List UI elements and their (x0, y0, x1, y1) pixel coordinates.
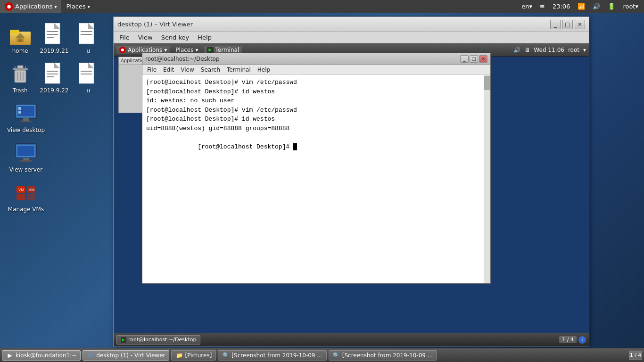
menu-help[interactable]: Help (194, 33, 215, 42)
battery-icon[interactable]: 🔋 (606, 0, 617, 13)
desktop-icon-doc3[interactable]: 2019.9.22 (38, 61, 70, 96)
guest-pager-label: 1 / 4 (559, 336, 577, 343)
document-icon-3 (43, 63, 66, 85)
view-desktop-icon (15, 102, 37, 125)
desktop-icon-doc4[interactable]: u (73, 61, 104, 96)
volume-icon[interactable]: 🔊 (591, 0, 602, 13)
manage-vms-label: Manage VMs (8, 206, 44, 213)
screenshot1-task-label: [Screenshot from 2019-10-09 ... (231, 352, 322, 359)
applications-label: Applications (15, 3, 52, 10)
taskbar-task-screenshot2[interactable]: 🔍 [Screenshot from 2019-10-09 ... (329, 350, 437, 361)
guest-pager-icon: i (578, 336, 586, 344)
clock-label: 23:06 (553, 3, 570, 10)
svg-rect-37 (18, 107, 21, 110)
guest-task-terminal[interactable]: ▶ root@localhost:~/Desktop (116, 335, 200, 345)
svg-rect-47 (27, 194, 35, 200)
language-indicator[interactable]: en ▾ (520, 0, 534, 13)
screenshot2-task-label: [Screenshot from 2019-10-09 ... (342, 352, 433, 359)
icon-row-1: home 2019.9.21 (5, 21, 104, 56)
trash-icon-label: Trash (13, 87, 28, 94)
term-menu-edit[interactable]: Edit (160, 66, 177, 74)
taskbar-task-pictures[interactable]: 📁 [Pictures] (171, 350, 216, 361)
guest-applications-chevron: ▾ (164, 47, 167, 53)
guest-screen-icon: 🖥 (524, 47, 530, 53)
places-chevron-icon (88, 3, 90, 10)
term-line-4: [root@localhost Desktop]# vim /etc/passw… (146, 106, 480, 115)
guest-applications-label: Applications (128, 47, 162, 53)
svg-rect-46 (17, 194, 25, 200)
term-menu-search[interactable]: Search (198, 66, 223, 74)
view-desktop-label: View desktop (7, 127, 45, 133)
virtviewer-task-label: desktop (1) - Virt Viewer (96, 352, 165, 359)
taskbar-task-screenshot1[interactable]: 🔍 [Screenshot from 2019-10-09 ... (218, 350, 326, 361)
menu-sendkey[interactable]: Send key (157, 33, 193, 42)
term-maximize-btn[interactable]: □ (470, 55, 478, 63)
guest-root-label: root (568, 47, 579, 53)
guest-task-terminal-icon: ▶ (121, 337, 126, 343)
terminal-content[interactable]: [root@localhost Desktop]# vim /etc/passw… (142, 75, 484, 283)
hamburger-menu[interactable]: ≡ (538, 0, 547, 13)
desktop-icon-doc1[interactable]: 2019.9.21 (38, 21, 70, 56)
menu-view[interactable]: View (134, 33, 157, 42)
term-menu-help[interactable]: Help (255, 66, 273, 74)
term-menu-terminal[interactable]: Terminal (224, 66, 254, 74)
svg-rect-22 (17, 66, 23, 68)
window-controls: _ □ ✕ (550, 20, 585, 29)
term-menu-file[interactable]: File (144, 66, 159, 74)
close-button[interactable]: ✕ (575, 20, 585, 29)
svg-rect-17 (13, 68, 28, 70)
root-menu[interactable]: root ▾ (621, 0, 640, 13)
virt-viewer-title: desktop (1) – Virt Viewer (117, 21, 193, 28)
terminal-scrollbar[interactable] (484, 75, 490, 283)
view-server-label: View server (9, 166, 42, 173)
svg-rect-6 (45, 23, 60, 44)
svg-rect-38 (18, 111, 21, 114)
guest-redhat-logo: ● (119, 47, 126, 53)
desktop-icon-trash[interactable]: Trash (5, 61, 35, 96)
desktop-icon-area: home 2019.9.21 (0, 16, 108, 219)
desktop-icon-manage-vms[interactable]: VM VM Manage VMs (5, 180, 47, 214)
menu-file[interactable]: File (116, 33, 133, 42)
pager-indicator[interactable]: 1 / 4 (629, 351, 642, 360)
applications-menu[interactable]: ● Applications (0, 0, 61, 13)
taskbar-pager: 1 / 4 (629, 351, 642, 360)
root-label: root (623, 3, 635, 10)
svg-rect-35 (20, 121, 32, 122)
manage-vms-icon: VM VM (15, 181, 37, 204)
guest-root-chevron: ▾ (583, 47, 586, 53)
desktop-icon-view-server[interactable]: View server (5, 140, 47, 175)
maximize-button[interactable]: □ (562, 20, 573, 29)
guest-pager: 1 / 4 i (559, 336, 586, 344)
desktop-icon-home[interactable]: home (5, 21, 35, 56)
term-line-5: [root@localhost Desktop]# id westos (146, 115, 480, 124)
view-server-icon (15, 142, 37, 165)
places-menu[interactable]: Places (61, 0, 94, 13)
taskbar-task-kiosk[interactable]: ▶ kiosk@foundation1:~ (2, 350, 81, 361)
wifi-icon[interactable]: 📶 (576, 0, 587, 13)
desktop-icon-view-desktop[interactable]: View desktop (5, 100, 47, 135)
guest-task-terminal-label: root@localhost:~/Desktop (128, 337, 196, 343)
svg-text:VM: VM (29, 188, 34, 192)
places-label: Places (66, 3, 85, 10)
svg-rect-34 (23, 118, 29, 121)
volume-symbol: 🔊 (593, 3, 600, 10)
guest-sound-icon: 🔊 (513, 47, 520, 53)
clock[interactable]: 23:06 (551, 0, 572, 13)
term-close-btn[interactable]: ✕ (479, 55, 487, 63)
desktop: ● Applications Places en ▾ ≡ 23:06 📶 (0, 0, 644, 362)
language-label: en (521, 3, 529, 10)
screenshot2-task-icon: 🔍 (333, 352, 340, 359)
wifi-symbol: 📶 (578, 3, 585, 10)
terminal-menubar: File Edit View Search Terminal Help (142, 65, 490, 75)
minimize-button[interactable]: _ (550, 20, 561, 29)
kiosk-task-label: kiosk@foundation1:~ (16, 352, 76, 359)
guest-places-chevron: ▾ (196, 47, 198, 53)
top-taskbar-right: en ▾ ≡ 23:06 📶 🔊 🔋 root ▾ (520, 0, 644, 13)
svg-rect-15 (15, 66, 16, 68)
term-line-1: [root@localhost Desktop]# vim /etc/passw… (146, 78, 480, 87)
term-minimize-btn[interactable]: _ (460, 55, 469, 63)
term-menu-view[interactable]: View (178, 66, 197, 74)
desktop-icon-doc2[interactable]: u (73, 21, 104, 56)
document-icon-1 (43, 23, 66, 46)
taskbar-task-virtviewer[interactable]: 🖥 desktop (1) - Virt Viewer (83, 350, 169, 361)
